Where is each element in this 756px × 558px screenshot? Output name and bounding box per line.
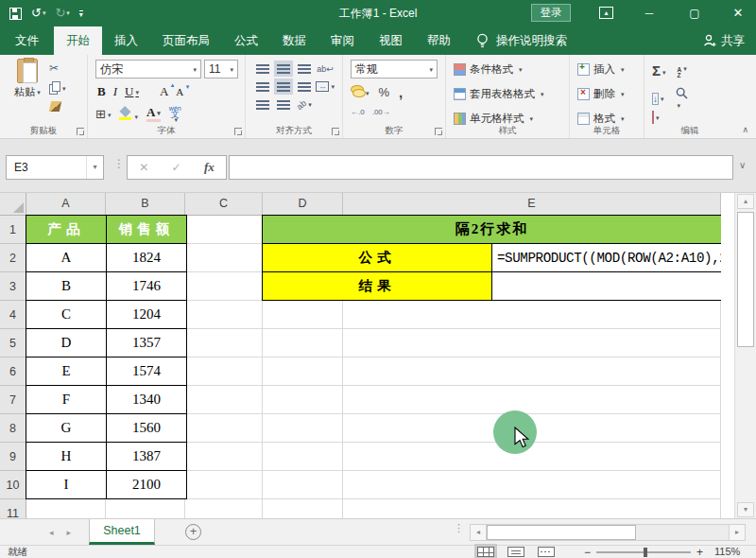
cell-b6[interactable]: 1574 — [107, 357, 187, 386]
row-header-1[interactable]: 1 — [0, 216, 26, 244]
wrap-text-button[interactable]: ab↩ — [316, 61, 335, 77]
cell-b9[interactable]: 1387 — [107, 443, 187, 471]
insert-cells-button[interactable]: 插入 — [577, 62, 625, 77]
ribbon-tab-8[interactable]: 视图 — [367, 26, 415, 55]
worksheet-grid[interactable]: ABCDE 1234567891011 产品销售额A1824B1746C1204… — [0, 193, 721, 518]
ribbon-tab-6[interactable]: 数据 — [270, 26, 318, 55]
customize-qat-icon[interactable]: ▾ — [79, 10, 83, 19]
select-all-corner[interactable] — [0, 193, 26, 216]
row-header-11[interactable]: 11 — [0, 499, 26, 518]
collapse-ribbon-icon[interactable]: ∧ — [742, 125, 748, 134]
zoom-in-button[interactable]: + — [696, 548, 703, 557]
cell-b5[interactable]: 1357 — [107, 329, 187, 357]
cell-e3-selected[interactable] — [492, 272, 722, 301]
vertical-scrollbar[interactable]: ▴ ▾ — [734, 193, 756, 518]
number-format-select[interactable]: 常规 — [351, 60, 438, 78]
align-middle-button[interactable] — [274, 61, 293, 77]
sort-filter-button[interactable]: AZ — [678, 62, 687, 78]
format-painter-button[interactable] — [49, 101, 66, 114]
copy-button[interactable] — [49, 81, 66, 95]
maximize-button[interactable]: ▢ — [680, 0, 709, 26]
align-bottom-button[interactable] — [295, 61, 314, 77]
tabbar-dots-icon[interactable]: ⋮ — [454, 526, 464, 531]
horizontal-scrollbar[interactable]: ◂ ▸ — [470, 524, 746, 541]
minimize-button[interactable]: ─ — [635, 0, 663, 26]
row-header-10[interactable]: 10 — [0, 471, 26, 499]
borders-button[interactable]: ⊞ — [95, 108, 111, 122]
delete-cells-button[interactable]: 删除 — [577, 87, 625, 101]
cancel-entry-button[interactable]: ✕ — [139, 161, 148, 174]
zoom-slider[interactable] — [596, 551, 691, 553]
insert-function-button[interactable]: fx — [204, 160, 215, 175]
cell-b1-sales-header[interactable]: 销售额 — [107, 216, 187, 244]
cell-a7[interactable]: F — [26, 386, 107, 414]
cell-d3-result-label[interactable]: 结果 — [263, 272, 492, 301]
merge-center-button[interactable]: ↔ — [316, 78, 335, 95]
conditional-formatting-button[interactable]: 条件格式 — [454, 62, 523, 77]
cell-a8[interactable]: G — [26, 414, 107, 443]
ribbon-tab-9[interactable]: 帮助 — [415, 26, 463, 55]
ribbon-tab-1[interactable]: 文件 — [0, 26, 54, 55]
align-top-button[interactable] — [253, 61, 272, 77]
bold-button[interactable]: B — [97, 84, 106, 99]
format-as-table-button[interactable]: 套用表格格式 — [454, 87, 544, 101]
undo-button[interactable]: ↺▾ — [31, 0, 45, 26]
cell-styles-button[interactable]: 单元格样式 — [454, 112, 533, 126]
row-header-4[interactable]: 4 — [0, 301, 26, 329]
normal-view-button[interactable] — [477, 547, 494, 557]
fill-button[interactable]: ↓ — [652, 93, 664, 105]
increase-indent-button[interactable] — [274, 96, 293, 113]
cell-b10[interactable]: 2100 — [107, 471, 187, 499]
cell-b3[interactable]: 1746 — [107, 272, 187, 301]
cell-a1-product-header[interactable]: 产品 — [26, 216, 107, 244]
row-header-2[interactable]: 2 — [0, 244, 26, 272]
zoom-out-button[interactable]: − — [584, 548, 591, 557]
name-box-dropdown-icon[interactable]: ▾ — [86, 156, 103, 179]
number-dialog-launcher-icon[interactable] — [435, 128, 442, 135]
alignment-dialog-launcher-icon[interactable] — [332, 128, 339, 135]
align-center-button[interactable] — [274, 78, 293, 95]
ribbon-tab-3[interactable]: 插入 — [102, 26, 150, 55]
fill-color-button[interactable] — [119, 107, 138, 123]
cell-b4[interactable]: 1204 — [107, 301, 187, 329]
undo-dropdown-icon[interactable]: ▾ — [43, 9, 46, 16]
share-button[interactable]: 共享 — [703, 26, 745, 55]
column-header-a[interactable]: A — [26, 193, 106, 216]
confirm-entry-button[interactable]: ✓ — [172, 161, 181, 174]
phonetic-guide-button[interactable]: wén文 — [169, 106, 181, 123]
find-select-button[interactable] — [676, 87, 688, 111]
orientation-button[interactable]: ab — [295, 96, 314, 113]
next-sheet-icon[interactable]: ▸ — [67, 528, 72, 537]
name-box[interactable]: E3 ▾ — [6, 155, 104, 180]
ribbon-tab-2[interactable]: 开始 — [54, 26, 102, 55]
cell-b2[interactable]: 1824 — [107, 244, 187, 272]
increase-decimal-button[interactable]: ←.0 — [351, 108, 365, 116]
scroll-right-icon[interactable]: ▸ — [729, 525, 745, 540]
italic-button[interactable]: I — [113, 84, 117, 99]
decrease-font-button[interactable]: A — [176, 86, 183, 97]
row-header-8[interactable]: 8 — [0, 414, 26, 443]
cell-d2-formula-label[interactable]: 公式 — [263, 244, 492, 272]
cell-d1-merged-title[interactable]: 隔2行求和 — [263, 216, 722, 244]
cell-a2[interactable]: A — [26, 244, 107, 272]
format-cells-button[interactable]: 格式 — [577, 112, 625, 126]
tell-me-search[interactable]: 操作说明搜索 — [476, 26, 567, 55]
close-button[interactable]: ✕ — [724, 0, 752, 26]
comma-style-button[interactable]: , — [399, 84, 403, 100]
clear-button[interactable] — [652, 112, 660, 123]
cell-a9[interactable]: H — [26, 443, 107, 471]
cut-button[interactable]: ✂ — [49, 62, 66, 75]
horizontal-scroll-thumb[interactable] — [487, 525, 636, 540]
page-layout-view-button[interactable] — [507, 547, 524, 557]
align-right-button[interactable] — [295, 78, 314, 95]
row-header-9[interactable]: 9 — [0, 443, 26, 471]
clipboard-dialog-launcher-icon[interactable] — [77, 128, 84, 135]
font-name-select[interactable]: 仿宋 — [95, 60, 201, 78]
scroll-up-icon[interactable]: ▴ — [737, 194, 754, 209]
row-header-7[interactable]: 7 — [0, 386, 26, 414]
cell-a4[interactable]: C — [26, 301, 107, 329]
font-color-button[interactable]: A — [146, 107, 161, 122]
column-header-c[interactable]: C — [185, 193, 263, 216]
cell-b7[interactable]: 1340 — [107, 386, 187, 414]
formula-bar-dots-icon[interactable]: ⋮ — [113, 160, 125, 167]
